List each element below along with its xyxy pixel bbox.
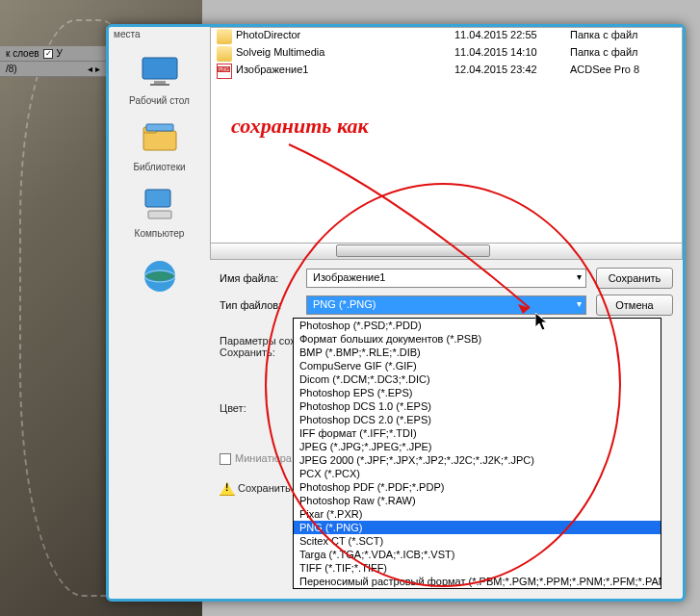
file-name: PhotoDirector <box>236 29 454 44</box>
layers-label: к слоев <box>6 48 39 59</box>
png-icon <box>217 64 232 79</box>
file-row[interactable]: Solveig Multimedia11.04.2015 14:10Папка … <box>211 45 682 63</box>
format-option[interactable]: Dicom (*.DCM;*.DC3;*.DIC) <box>294 372 661 386</box>
format-option[interactable]: PCX (*.PCX) <box>294 467 661 480</box>
format-option[interactable]: Pixar (*.PXR) <box>294 507 661 521</box>
file-name: Изображение1 <box>236 64 454 79</box>
libraries-icon <box>140 117 180 158</box>
file-type: ACDSee Pro 8 <box>570 64 676 79</box>
thumbnail-label: Миниатюра <box>235 452 292 464</box>
file-row[interactable]: Изображение112.04.2015 23:42ACDSee Pro 8 <box>211 63 682 80</box>
format-option[interactable]: Photoshop DCS 1.0 (*.EPS) <box>294 399 661 413</box>
file-list[interactable]: PhotoDirector11.04.2015 22:55Папка с фай… <box>210 27 683 244</box>
format-option[interactable]: CompuServe GIF (*.GIF) <box>294 359 661 372</box>
svg-rect-7 <box>148 211 171 218</box>
photoshop-panels: к слоев У /8) ◂ ▸ <box>0 46 106 77</box>
sidebar-item-network[interactable] <box>114 256 205 296</box>
zoom-strip: /8) ◂ ▸ <box>0 62 106 77</box>
scrollbar-thumb[interactable] <box>336 244 490 257</box>
svg-rect-3 <box>143 131 176 150</box>
file-type: Папка с файл <box>570 29 676 44</box>
format-option[interactable]: JPEG (*.JPG;*.JPEG;*.JPE) <box>294 440 661 453</box>
format-option[interactable]: BMP (*.BMP;*.RLE;*.DIB) <box>294 346 661 359</box>
format-option[interactable]: Формат больших документов (*.PSB) <box>294 332 661 346</box>
format-option[interactable]: PNG (*.PNG) <box>294 521 661 534</box>
format-option[interactable]: IFF формат (*.IFF;*.TDI) <box>294 426 661 440</box>
warning-icon <box>220 482 235 496</box>
layers-checkbox[interactable] <box>43 49 53 59</box>
filetype-label: Тип файлов: <box>220 299 306 311</box>
sidebar-item-computer[interactable]: Компьютер <box>114 184 205 239</box>
format-option[interactable]: JPEG 2000 (*.JPF;*.JPX;*.JP2;*.J2C;*.J2K… <box>294 453 661 467</box>
filename-label: Имя файла: <box>220 272 306 284</box>
desktop-icon <box>140 51 180 91</box>
filetype-dropdown-list[interactable]: Photoshop (*.PSD;*.PDD)Формат больших до… <box>293 318 661 589</box>
zoom-ratio: /8) <box>6 64 17 74</box>
format-option[interactable]: Переносимый растровый формат (*.PBM;*.PG… <box>294 575 661 588</box>
sidebar-item-desktop[interactable]: Рабочий стол <box>114 51 205 106</box>
layers-panel-strip: к слоев У <box>0 46 106 62</box>
svg-rect-1 <box>154 81 166 84</box>
format-option[interactable]: Photoshop EPS (*.EPS) <box>294 386 661 399</box>
folder-icon <box>217 46 232 62</box>
sidebar-item-libraries[interactable]: Библиотеки <box>114 117 205 172</box>
places-header: места <box>114 29 205 39</box>
folder-icon <box>217 29 232 44</box>
format-option[interactable]: Targa (*.TGA;*.VDA;*.ICB;*.VST) <box>294 548 661 561</box>
format-option[interactable]: Scitex CT (*.SCT) <box>294 534 661 548</box>
network-icon <box>140 256 180 296</box>
cancel-button[interactable]: Отмена <box>596 295 673 316</box>
format-option[interactable]: Photoshop (*.PSD;*.PDD) <box>294 319 661 332</box>
computer-icon <box>140 184 180 224</box>
format-option[interactable]: TIFF (*.TIF;*.TIFF) <box>294 561 661 575</box>
file-row[interactable]: PhotoDirector11.04.2015 22:55Папка с фай… <box>211 28 682 45</box>
file-type: Папка с файл <box>570 46 676 62</box>
format-option[interactable]: Photoshop DCS 2.0 (*.EPS) <box>294 413 661 426</box>
file-date: 11.04.2015 14:10 <box>454 46 570 62</box>
arrows-icon[interactable]: ◂ ▸ <box>88 64 100 74</box>
svg-rect-0 <box>143 58 177 79</box>
file-date: 12.04.2015 23:42 <box>454 64 570 79</box>
thumbnail-checkbox[interactable] <box>220 453 231 465</box>
places-sidebar: места Рабочий стол Библиотеки Компьютер <box>109 27 210 599</box>
save-button[interactable]: Сохранить <box>596 268 673 289</box>
svg-rect-5 <box>146 124 173 131</box>
file-list-scrollbar[interactable] <box>210 244 683 260</box>
filetype-dropdown[interactable]: PNG (*.PNG) <box>306 295 586 315</box>
file-name: Solveig Multimedia <box>236 46 454 62</box>
format-option[interactable]: Photoshop Raw (*.RAW) <box>294 494 661 507</box>
svg-rect-6 <box>145 190 170 207</box>
svg-rect-2 <box>150 84 169 86</box>
format-option[interactable]: Photoshop PDF (*.PDF;*.PDP) <box>294 480 661 494</box>
filename-input[interactable]: Изображение1 <box>306 269 586 288</box>
file-date: 11.04.2015 22:55 <box>454 29 570 44</box>
